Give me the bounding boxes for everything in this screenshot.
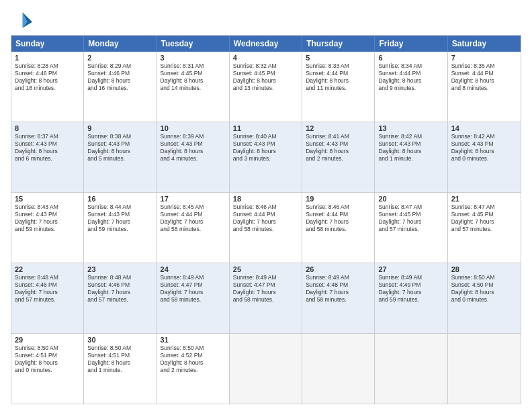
- day-number: 1: [15, 54, 80, 62]
- day-info: Sunrise: 8:50 AMSunset: 4:50 PMDaylight:…: [451, 274, 517, 304]
- day-cell-16: 16Sunrise: 8:44 AMSunset: 4:43 PMDayligh…: [84, 193, 157, 263]
- day-info: Sunrise: 8:50 AMSunset: 4:51 PMDaylight:…: [87, 345, 152, 374]
- day-cell-11: 11Sunrise: 8:40 AMSunset: 4:43 PMDayligh…: [230, 122, 302, 192]
- day-number: 21: [451, 195, 517, 203]
- calendar-header: SundayMondayTuesdayWednesdayThursdayFrid…: [11, 36, 521, 52]
- day-number: 25: [233, 265, 298, 273]
- day-cell-22: 22Sunrise: 8:48 AMSunset: 4:46 PMDayligh…: [11, 263, 84, 333]
- day-cell-28: 28Sunrise: 8:50 AMSunset: 4:50 PMDayligh…: [448, 263, 521, 333]
- header-day-monday: Monday: [84, 36, 157, 52]
- day-info: Sunrise: 8:50 AMSunset: 4:51 PMDaylight:…: [15, 345, 80, 374]
- day-number: 18: [233, 195, 298, 203]
- day-info: Sunrise: 8:34 AMSunset: 4:44 PMDaylight:…: [378, 62, 443, 92]
- day-cell-5: 5Sunrise: 8:33 AMSunset: 4:44 PMDaylight…: [302, 52, 375, 122]
- header-day-tuesday: Tuesday: [157, 36, 230, 52]
- day-info: Sunrise: 8:41 AMSunset: 4:43 PMDaylight:…: [306, 133, 371, 163]
- empty-cell: [230, 334, 302, 404]
- day-info: Sunrise: 8:47 AMSunset: 4:45 PMDaylight:…: [378, 203, 443, 233]
- day-info: Sunrise: 8:33 AMSunset: 4:44 PMDaylight:…: [306, 62, 371, 92]
- day-cell-2: 2Sunrise: 8:29 AMSunset: 4:46 PMDaylight…: [84, 52, 157, 122]
- header-day-friday: Friday: [375, 36, 447, 52]
- day-number: 5: [306, 54, 371, 62]
- day-info: Sunrise: 8:42 AMSunset: 4:43 PMDaylight:…: [378, 133, 443, 163]
- day-info: Sunrise: 8:29 AMSunset: 4:46 PMDaylight:…: [87, 62, 152, 92]
- calendar-row-2: 8Sunrise: 8:37 AMSunset: 4:43 PMDaylight…: [11, 122, 521, 192]
- empty-cell: [448, 334, 521, 404]
- day-cell-29: 29Sunrise: 8:50 AMSunset: 4:51 PMDayligh…: [11, 334, 84, 404]
- day-number: 9: [87, 124, 152, 132]
- logo-icon: [11, 11, 32, 30]
- day-number: 12: [306, 124, 371, 132]
- calendar-row-5: 29Sunrise: 8:50 AMSunset: 4:51 PMDayligh…: [11, 333, 521, 404]
- day-info: Sunrise: 8:44 AMSunset: 4:43 PMDaylight:…: [87, 203, 152, 233]
- day-info: Sunrise: 8:40 AMSunset: 4:43 PMDaylight:…: [233, 133, 298, 163]
- header-day-saturday: Saturday: [448, 36, 521, 52]
- day-info: Sunrise: 8:49 AMSunset: 4:47 PMDaylight:…: [161, 274, 226, 304]
- day-number: 15: [15, 195, 80, 203]
- day-info: Sunrise: 8:31 AMSunset: 4:45 PMDaylight:…: [161, 62, 226, 92]
- day-cell-8: 8Sunrise: 8:37 AMSunset: 4:43 PMDaylight…: [11, 122, 84, 192]
- day-info: Sunrise: 8:43 AMSunset: 4:43 PMDaylight:…: [15, 203, 80, 233]
- day-number: 16: [87, 195, 152, 203]
- header-day-thursday: Thursday: [302, 36, 375, 52]
- day-cell-24: 24Sunrise: 8:49 AMSunset: 4:47 PMDayligh…: [157, 263, 230, 333]
- day-number: 23: [87, 265, 152, 273]
- day-cell-17: 17Sunrise: 8:45 AMSunset: 4:44 PMDayligh…: [157, 193, 230, 263]
- day-info: Sunrise: 8:47 AMSunset: 4:45 PMDaylight:…: [451, 203, 517, 233]
- calendar-row-4: 22Sunrise: 8:48 AMSunset: 4:46 PMDayligh…: [11, 263, 521, 333]
- empty-cell: [302, 334, 375, 404]
- day-number: 24: [161, 265, 226, 273]
- day-number: 20: [378, 195, 443, 203]
- day-number: 14: [451, 124, 517, 132]
- day-cell-6: 6Sunrise: 8:34 AMSunset: 4:44 PMDaylight…: [375, 52, 447, 122]
- header-day-sunday: Sunday: [11, 36, 84, 52]
- day-info: Sunrise: 8:50 AMSunset: 4:52 PMDaylight:…: [161, 345, 226, 374]
- day-cell-31: 31Sunrise: 8:50 AMSunset: 4:52 PMDayligh…: [157, 334, 230, 404]
- day-info: Sunrise: 8:42 AMSunset: 4:43 PMDaylight:…: [451, 133, 517, 163]
- day-cell-18: 18Sunrise: 8:46 AMSunset: 4:44 PMDayligh…: [230, 193, 302, 263]
- day-number: 29: [15, 336, 80, 344]
- day-info: Sunrise: 8:37 AMSunset: 4:43 PMDaylight:…: [15, 133, 80, 163]
- day-number: 31: [161, 336, 226, 344]
- day-number: 6: [378, 54, 443, 62]
- day-cell-3: 3Sunrise: 8:31 AMSunset: 4:45 PMDaylight…: [157, 52, 230, 122]
- calendar-row-3: 15Sunrise: 8:43 AMSunset: 4:43 PMDayligh…: [11, 192, 521, 263]
- day-number: 22: [15, 265, 80, 273]
- header-day-wednesday: Wednesday: [230, 36, 302, 52]
- day-info: Sunrise: 8:38 AMSunset: 4:43 PMDaylight:…: [87, 133, 152, 163]
- header: [11, 11, 521, 30]
- logo: [11, 11, 35, 30]
- day-cell-21: 21Sunrise: 8:47 AMSunset: 4:45 PMDayligh…: [448, 193, 521, 263]
- day-info: Sunrise: 8:46 AMSunset: 4:44 PMDaylight:…: [306, 203, 371, 233]
- day-cell-4: 4Sunrise: 8:32 AMSunset: 4:45 PMDaylight…: [230, 52, 302, 122]
- day-number: 28: [451, 265, 517, 273]
- day-number: 13: [378, 124, 443, 132]
- day-info: Sunrise: 8:48 AMSunset: 4:46 PMDaylight:…: [15, 274, 80, 304]
- day-cell-27: 27Sunrise: 8:49 AMSunset: 4:49 PMDayligh…: [375, 263, 447, 333]
- calendar-row-1: 1Sunrise: 8:28 AMSunset: 4:46 PMDaylight…: [11, 52, 521, 122]
- day-info: Sunrise: 8:28 AMSunset: 4:46 PMDaylight:…: [15, 62, 80, 92]
- day-info: Sunrise: 8:49 AMSunset: 4:48 PMDaylight:…: [306, 274, 371, 304]
- day-cell-25: 25Sunrise: 8:49 AMSunset: 4:47 PMDayligh…: [230, 263, 302, 333]
- day-info: Sunrise: 8:39 AMSunset: 4:43 PMDaylight:…: [161, 133, 226, 163]
- day-number: 30: [87, 336, 152, 344]
- day-number: 2: [87, 54, 152, 62]
- day-info: Sunrise: 8:35 AMSunset: 4:44 PMDaylight:…: [451, 62, 517, 92]
- day-number: 7: [451, 54, 517, 62]
- day-cell-7: 7Sunrise: 8:35 AMSunset: 4:44 PMDaylight…: [448, 52, 521, 122]
- day-cell-9: 9Sunrise: 8:38 AMSunset: 4:43 PMDaylight…: [84, 122, 157, 192]
- day-number: 19: [306, 195, 371, 203]
- calendar-body: 1Sunrise: 8:28 AMSunset: 4:46 PMDaylight…: [11, 52, 521, 404]
- page: SundayMondayTuesdayWednesdayThursdayFrid…: [0, 0, 532, 411]
- day-cell-12: 12Sunrise: 8:41 AMSunset: 4:43 PMDayligh…: [302, 122, 375, 192]
- day-cell-14: 14Sunrise: 8:42 AMSunset: 4:43 PMDayligh…: [448, 122, 521, 192]
- day-cell-10: 10Sunrise: 8:39 AMSunset: 4:43 PMDayligh…: [157, 122, 230, 192]
- day-info: Sunrise: 8:48 AMSunset: 4:46 PMDaylight:…: [87, 274, 152, 304]
- day-cell-1: 1Sunrise: 8:28 AMSunset: 4:46 PMDaylight…: [11, 52, 84, 122]
- empty-cell: [375, 334, 447, 404]
- day-number: 17: [161, 195, 226, 203]
- day-cell-13: 13Sunrise: 8:42 AMSunset: 4:43 PMDayligh…: [375, 122, 447, 192]
- day-number: 3: [161, 54, 226, 62]
- day-number: 27: [378, 265, 443, 273]
- day-info: Sunrise: 8:32 AMSunset: 4:45 PMDaylight:…: [233, 62, 298, 92]
